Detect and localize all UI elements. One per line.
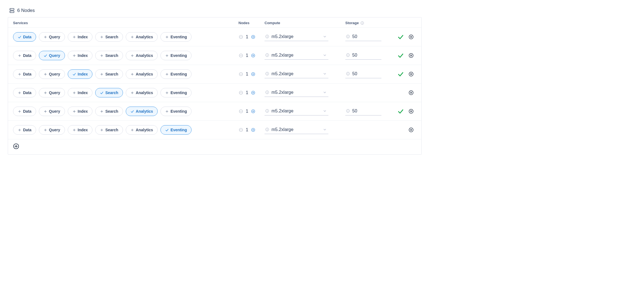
nodes-increment-button[interactable] [251, 72, 256, 77]
nodes-count: 1 [246, 34, 248, 39]
service-chip-search[interactable]: Search [95, 32, 123, 42]
service-chip-search[interactable]: Search [95, 51, 123, 60]
service-chip-analytics[interactable]: Analytics [126, 32, 158, 42]
service-chip-eventing[interactable]: Eventing [160, 88, 192, 97]
service-chip-query[interactable]: Query [39, 107, 65, 116]
service-chip-analytics[interactable]: Analytics [126, 107, 158, 116]
storage-input[interactable] [352, 109, 380, 114]
storage-input[interactable] [352, 53, 380, 58]
remove-row-button[interactable] [408, 34, 414, 40]
info-icon[interactable] [265, 127, 269, 132]
service-chip-query[interactable]: Query [39, 88, 65, 97]
service-chip-analytics[interactable]: Analytics [126, 51, 158, 60]
storage-input[interactable] [352, 34, 380, 39]
service-chip-index[interactable]: Index [68, 107, 93, 116]
info-icon[interactable] [346, 53, 350, 57]
storage-input[interactable] [352, 71, 380, 76]
info-icon[interactable] [265, 72, 269, 76]
nodes-decrement-button[interactable] [238, 53, 243, 58]
header-storage: Storage [345, 21, 395, 25]
service-chip-eventing[interactable]: Eventing [160, 51, 192, 60]
service-chip-index[interactable]: Index [68, 125, 93, 135]
service-chip-eventing[interactable]: Eventing [160, 32, 192, 42]
service-chip-label: Analytics [136, 35, 153, 39]
service-chip-query[interactable]: Query [39, 32, 65, 42]
valid-check-icon [398, 71, 404, 77]
nodes-decrement-button[interactable] [238, 90, 243, 95]
check-icon [18, 35, 21, 39]
compute-select[interactable]: m5.2xlarge [265, 33, 328, 41]
service-chip-data[interactable]: Data [13, 107, 36, 116]
compute-select[interactable]: m5.2xlarge [265, 126, 328, 134]
service-chip-search[interactable]: Search [95, 88, 123, 97]
nodes-increment-button[interactable] [251, 109, 256, 114]
plus-icon [100, 35, 104, 39]
remove-row-button[interactable] [408, 53, 414, 58]
service-groups-panel: Services Nodes Compute Storage DataQuery… [8, 17, 422, 155]
nodes-increment-button[interactable] [251, 34, 256, 39]
header-nodes: Nodes [238, 21, 265, 25]
service-chip-search[interactable]: Search [95, 69, 123, 79]
minus-circle-icon [239, 109, 243, 114]
remove-row-button[interactable] [408, 90, 414, 95]
remove-row-button[interactable] [408, 127, 414, 133]
service-chip-index[interactable]: Index [68, 69, 93, 79]
service-chip-analytics[interactable]: Analytics [126, 88, 158, 97]
nodes-decrement-button[interactable] [238, 72, 243, 77]
compute-select[interactable]: m5.2xlarge [265, 107, 328, 115]
info-icon[interactable] [265, 90, 269, 94]
nodes-decrement-button[interactable] [238, 109, 243, 114]
remove-row-button[interactable] [408, 71, 414, 77]
compute-select[interactable]: m5.2xlarge [265, 70, 328, 78]
compute-select[interactable]: m5.2xlarge [265, 52, 328, 60]
service-chip-search[interactable]: Search [95, 125, 123, 135]
nodes-increment-button[interactable] [251, 127, 256, 132]
chevron-down-icon [323, 72, 327, 76]
service-chip-query[interactable]: Query [39, 51, 65, 60]
service-chip-query[interactable]: Query [39, 69, 65, 79]
info-icon[interactable] [265, 34, 269, 39]
info-icon[interactable] [265, 53, 269, 57]
nodes-stepper: 1 [238, 90, 265, 95]
service-chip-analytics[interactable]: Analytics [126, 69, 158, 79]
nodes-decrement-button[interactable] [238, 34, 243, 39]
compute-value: m5.2xlarge [271, 53, 321, 58]
nodes-increment-button[interactable] [251, 53, 256, 58]
service-chip-eventing[interactable]: Eventing [160, 125, 192, 135]
plus-icon [165, 54, 169, 57]
service-chip-label: Search [105, 90, 118, 95]
service-chip-query[interactable]: Query [39, 125, 65, 135]
service-chip-data[interactable]: Data [13, 69, 36, 79]
nodes-increment-button[interactable] [251, 90, 256, 95]
nodes-decrement-button[interactable] [238, 127, 243, 132]
service-chip-eventing[interactable]: Eventing [160, 69, 192, 79]
service-chip-data[interactable]: Data [13, 51, 36, 60]
service-chip-data[interactable]: Data [13, 88, 36, 97]
valid-check-icon [398, 52, 404, 59]
chevron-down-icon [323, 90, 327, 94]
plus-icon [165, 91, 169, 95]
service-chip-search[interactable]: Search [95, 107, 123, 116]
service-chip-eventing[interactable]: Eventing [160, 107, 192, 116]
check-icon [165, 128, 169, 132]
service-chip-data[interactable]: Data [13, 125, 36, 135]
compute-value: m5.2xlarge [271, 34, 321, 39]
add-row-button[interactable] [13, 143, 19, 149]
info-icon[interactable] [346, 109, 350, 113]
service-chip-data[interactable]: Data [13, 32, 36, 42]
info-icon[interactable] [360, 21, 364, 25]
remove-row-button[interactable] [408, 109, 414, 114]
info-icon[interactable] [346, 72, 350, 76]
service-chip-index[interactable]: Index [68, 51, 93, 60]
service-chip-label: Analytics [136, 72, 153, 76]
service-chip-label: Search [105, 35, 118, 39]
info-icon[interactable] [346, 34, 350, 39]
service-chip-analytics[interactable]: Analytics [126, 125, 158, 135]
compute-select[interactable]: m5.2xlarge [265, 89, 328, 97]
plus-icon [44, 110, 47, 113]
nodes-count: 1 [246, 90, 248, 95]
service-chip-label: Search [105, 109, 118, 114]
service-chip-index[interactable]: Index [68, 88, 93, 97]
info-icon[interactable] [265, 109, 269, 113]
service-chip-index[interactable]: Index [68, 32, 93, 42]
